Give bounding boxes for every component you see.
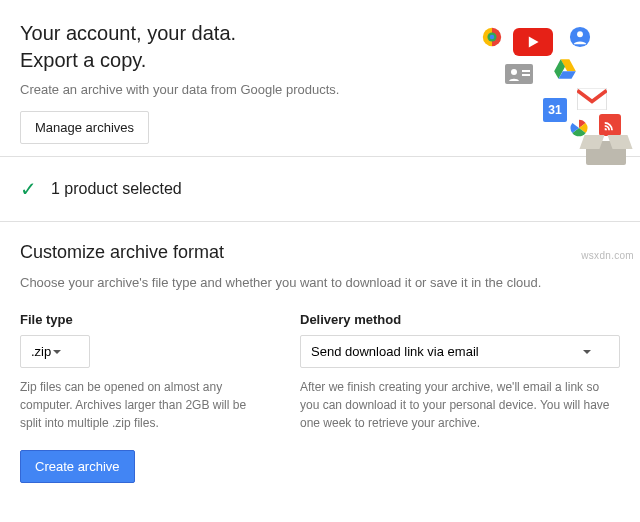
file-type-column: File type .zip Zip files can be opened o…	[20, 312, 260, 432]
options-row: File type .zip Zip files can be opened o…	[20, 312, 620, 432]
selected-products-text: 1 product selected	[51, 180, 182, 198]
create-archive-button[interactable]: Create archive	[20, 450, 135, 483]
check-icon: ✓	[20, 179, 37, 199]
calendar-icon: 31	[543, 98, 567, 122]
hero-section: Your account, your data. Export a copy. …	[0, 0, 640, 156]
customize-title: Customize archive format	[20, 242, 620, 263]
title-line-1: Your account, your data.	[20, 22, 236, 44]
delivery-column: Delivery method Send download link via e…	[300, 312, 620, 432]
page-subtitle: Create an archive with your data from Go…	[20, 82, 620, 97]
picasa-icon	[569, 118, 589, 138]
watermark-text: wsxdn.com	[581, 250, 634, 261]
file-type-label: File type	[20, 312, 260, 327]
cast-icon	[599, 114, 621, 136]
file-type-help: Zip files can be opened on almost any co…	[20, 378, 260, 432]
chevron-down-icon	[53, 350, 61, 354]
title-line-2: Export a copy.	[20, 49, 146, 71]
delivery-select[interactable]: Send download link via email	[300, 335, 620, 368]
file-type-value: .zip	[31, 344, 51, 359]
delivery-value: Send download link via email	[311, 344, 479, 359]
customize-section: Customize archive format Choose your arc…	[0, 222, 640, 501]
chevron-down-icon	[583, 350, 591, 354]
file-type-select[interactable]: .zip	[20, 335, 90, 368]
manage-archives-button[interactable]: Manage archives	[20, 111, 149, 144]
delivery-label: Delivery method	[300, 312, 620, 327]
selected-products-row: ✓ 1 product selected	[0, 157, 640, 221]
page-title: Your account, your data. Export a copy.	[20, 20, 620, 74]
svg-rect-8	[522, 74, 530, 76]
delivery-help: After we finish creating your archive, w…	[300, 378, 620, 432]
customize-subtitle: Choose your archive's file type and whet…	[20, 275, 620, 290]
svg-point-13	[571, 120, 588, 137]
